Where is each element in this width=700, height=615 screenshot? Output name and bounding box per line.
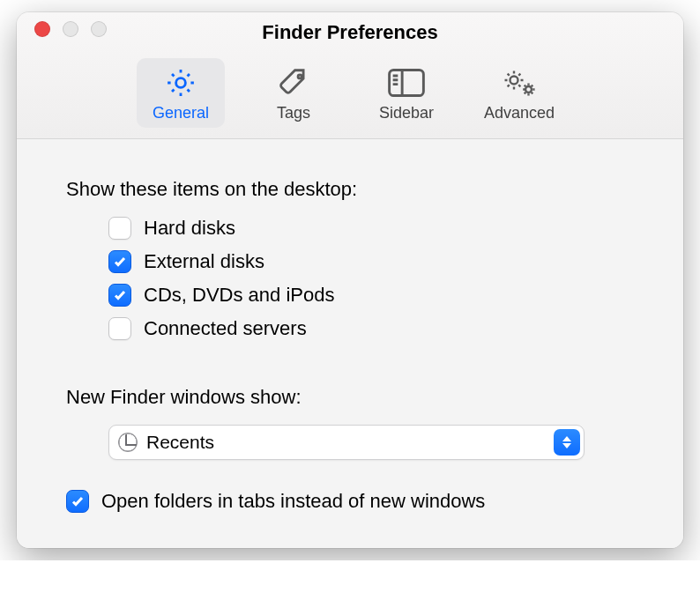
- toolbar: General Tags: [17, 53, 683, 138]
- checkbox-label: External disks: [144, 250, 264, 273]
- checkbox-label: Connected servers: [144, 317, 307, 340]
- checkbox-label: Hard disks: [144, 217, 235, 240]
- checkbox-cds-dvds-ipods[interactable]: CDs, DVDs and iPods: [108, 284, 634, 307]
- checkbox-label: CDs, DVDs and iPods: [144, 284, 334, 307]
- chevron-updown-icon: [554, 429, 580, 456]
- checkbox-icon: [108, 217, 131, 240]
- new-finder-popup[interactable]: Recents: [108, 425, 585, 460]
- tab-label: General: [153, 104, 209, 122]
- checkbox-connected-servers[interactable]: Connected servers: [108, 317, 634, 340]
- tab-label: Advanced: [484, 104, 555, 122]
- minimize-button[interactable]: [63, 21, 78, 37]
- checkbox-icon: [66, 490, 89, 513]
- popup-value: Recents: [146, 432, 214, 453]
- clock-icon: [118, 433, 138, 452]
- checkbox-external-disks[interactable]: External disks: [108, 250, 634, 273]
- desktop-items-heading: Show these items on the desktop:: [66, 178, 634, 201]
- window-title: Finder Preferences: [17, 21, 683, 53]
- checkbox-open-in-tabs[interactable]: Open folders in tabs instead of new wind…: [66, 490, 634, 513]
- zoom-button[interactable]: [91, 21, 107, 37]
- tab-label: Sidebar: [379, 104, 434, 122]
- gears-icon: [501, 65, 538, 100]
- traffic-lights: [17, 21, 107, 37]
- checkbox-icon: [108, 250, 131, 273]
- close-button[interactable]: [34, 21, 50, 37]
- svg-point-7: [510, 77, 518, 85]
- svg-rect-2: [390, 70, 424, 95]
- checkbox-label: Open folders in tabs instead of new wind…: [101, 490, 485, 513]
- checkbox-icon: [108, 284, 131, 307]
- gear-icon: [164, 65, 197, 100]
- svg-point-0: [176, 78, 186, 88]
- checkbox-hard-disks[interactable]: Hard disks: [108, 217, 634, 240]
- titlebar: Finder Preferences General: [17, 12, 683, 139]
- tab-tags[interactable]: Tags: [249, 58, 338, 128]
- sidebar-icon: [388, 65, 425, 100]
- tag-icon: [277, 65, 310, 100]
- svg-point-8: [525, 86, 532, 93]
- preferences-window: Finder Preferences General: [17, 12, 683, 548]
- tab-general[interactable]: General: [137, 58, 225, 128]
- tab-label: Tags: [277, 104, 310, 122]
- svg-point-1: [298, 75, 302, 78]
- general-pane: Show these items on the desktop: Hard di…: [17, 139, 683, 548]
- tab-sidebar[interactable]: Sidebar: [362, 58, 451, 128]
- checkbox-icon: [108, 317, 131, 340]
- tab-advanced[interactable]: Advanced: [475, 58, 563, 128]
- new-finder-heading: New Finder windows show:: [66, 386, 634, 409]
